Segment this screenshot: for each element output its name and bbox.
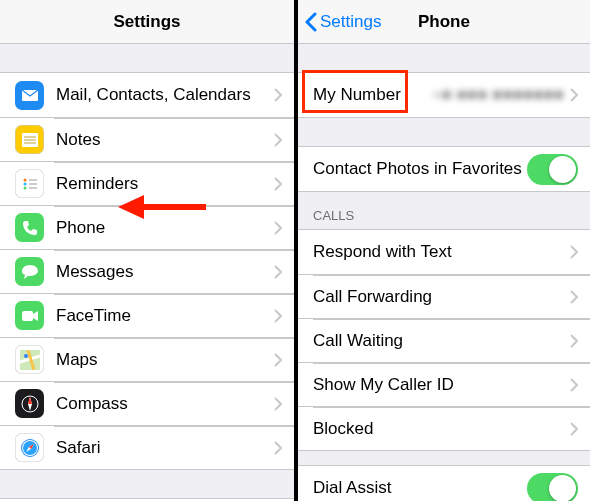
settings-row-compass[interactable]: Compass — [0, 381, 294, 425]
calls-row-call-forwarding[interactable]: Call Forwarding — [298, 274, 590, 318]
chevron-right-icon — [274, 177, 282, 191]
mail-icon — [15, 81, 44, 110]
chevron-right-icon — [274, 441, 282, 455]
row-label: Messages — [56, 262, 274, 282]
messages-icon — [15, 257, 44, 286]
compass-icon — [15, 389, 44, 418]
settings-row-mail[interactable]: Mail, Contacts, Calendars — [0, 73, 294, 117]
contact-photos-label: Contact Photos in Favorites — [313, 159, 527, 179]
row-label: Mail, Contacts, Calendars — [56, 85, 274, 105]
row-label: Blocked — [313, 419, 570, 439]
chevron-right-icon — [570, 422, 578, 436]
navbar-right: Settings Phone — [298, 0, 590, 44]
svg-point-5 — [23, 178, 26, 181]
settings-row-facetime[interactable]: FaceTime — [0, 293, 294, 337]
chevron-right-icon — [274, 309, 282, 323]
chevron-right-icon — [274, 133, 282, 147]
navbar-left: Settings — [0, 0, 294, 44]
chevron-right-icon — [274, 88, 282, 102]
my-number-row[interactable]: My Number +■ ■■■ ■■■■■■■ — [298, 73, 590, 117]
settings-row-reminders[interactable]: Reminders — [0, 161, 294, 205]
nav-title-left: Settings — [113, 12, 180, 32]
chevron-right-icon — [274, 265, 282, 279]
settings-pane: Settings Mail, Contacts, CalendarsNotesR… — [0, 0, 294, 501]
dial-assist-label: Dial Assist — [313, 478, 527, 498]
chevron-right-icon — [570, 88, 578, 102]
chevron-right-icon — [274, 353, 282, 367]
settings-row-notes[interactable]: Notes — [0, 117, 294, 161]
dial-assist-row[interactable]: Dial Assist — [298, 466, 590, 501]
row-label: Safari — [56, 438, 274, 458]
calls-row-respond-with-text[interactable]: Respond with Text — [298, 230, 590, 274]
back-label: Settings — [320, 12, 381, 32]
row-label: Maps — [56, 350, 274, 370]
my-number-label: My Number — [313, 85, 432, 105]
contact-photos-row[interactable]: Contact Photos in Favorites — [298, 147, 590, 191]
svg-rect-11 — [22, 311, 33, 321]
settings-row-safari[interactable]: Safari — [0, 425, 294, 469]
calls-row-show-my-caller-id[interactable]: Show My Caller ID — [298, 362, 590, 406]
calls-header: CALLS — [298, 192, 590, 229]
svg-marker-17 — [28, 397, 32, 404]
settings-row-maps[interactable]: Maps — [0, 337, 294, 381]
calls-row-call-waiting[interactable]: Call Waiting — [298, 318, 590, 362]
svg-point-7 — [23, 186, 26, 189]
row-label: Reminders — [56, 174, 274, 194]
row-label: Call Waiting — [313, 331, 570, 351]
phone-icon — [15, 213, 44, 242]
dial-assist-switch[interactable] — [527, 473, 578, 502]
row-label: FaceTime — [56, 306, 274, 326]
calls-row-blocked[interactable]: Blocked — [298, 406, 590, 450]
chevron-right-icon — [570, 378, 578, 392]
chevron-right-icon — [274, 221, 282, 235]
nav-title-right: Phone — [418, 12, 470, 32]
row-label: Phone — [56, 218, 274, 238]
chevron-right-icon — [274, 397, 282, 411]
settings-row-phone[interactable]: Phone — [0, 205, 294, 249]
row-label: Call Forwarding — [313, 287, 570, 307]
phone-settings-pane: Settings Phone My Number +■ ■■■ ■■■■■■■ … — [298, 0, 590, 501]
reminders-icon — [15, 169, 44, 198]
chevron-right-icon — [570, 290, 578, 304]
contact-photos-switch[interactable] — [527, 154, 578, 185]
chevron-right-icon — [570, 245, 578, 259]
svg-point-14 — [24, 354, 28, 358]
my-number-value: +■ ■■■ ■■■■■■■ — [432, 85, 564, 105]
safari-icon — [15, 433, 44, 462]
back-button[interactable]: Settings — [304, 0, 381, 43]
svg-point-6 — [23, 182, 26, 185]
chevron-right-icon — [570, 334, 578, 348]
row-label: Respond with Text — [313, 242, 570, 262]
svg-marker-12 — [33, 311, 38, 321]
row-label: Notes — [56, 130, 274, 150]
row-label: Show My Caller ID — [313, 375, 570, 395]
row-label: Compass — [56, 394, 274, 414]
maps-icon — [15, 345, 44, 374]
notes-icon — [15, 125, 44, 154]
facetime-icon — [15, 301, 44, 330]
settings-row-messages[interactable]: Messages — [0, 249, 294, 293]
